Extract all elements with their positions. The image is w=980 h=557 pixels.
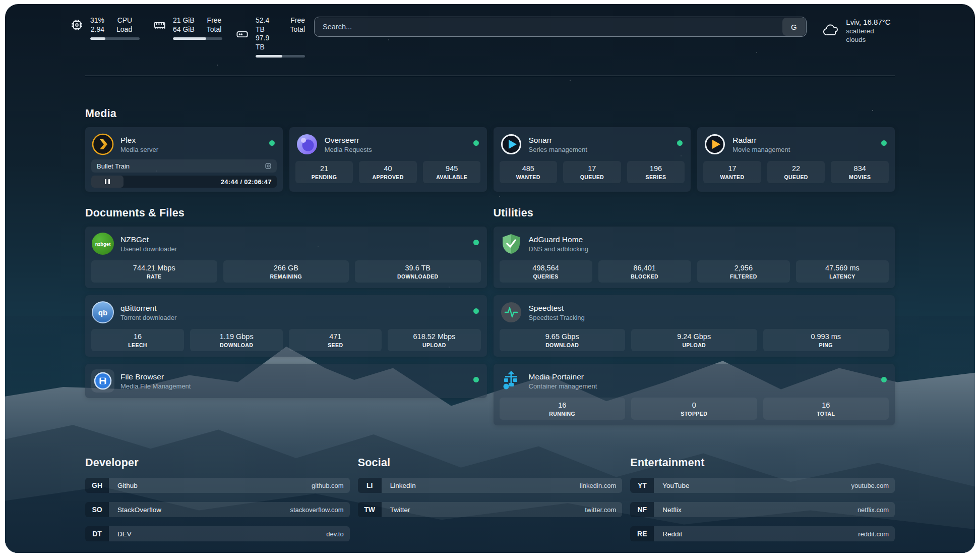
- qbittorrent-stat-upload: 618.52 MbpsUPLOAD: [388, 329, 480, 351]
- disk-free-value: 52.4 TB: [256, 16, 278, 34]
- service-card-overseerr[interactable]: Overseerr Media Requests 21PENDING 40APP…: [289, 127, 487, 192]
- portainer-name: Media Portainer: [529, 372, 597, 382]
- bookmark-domain: linkedin.com: [580, 482, 616, 489]
- sonarr-stat-wanted: 485WANTED: [500, 161, 558, 183]
- memory-free-value: 21 GiB: [173, 16, 195, 25]
- service-card-adguard[interactable]: AdGuard Home DNS and adblocking 498,564Q…: [494, 227, 895, 288]
- nzbget-desc: Usenet downloader: [120, 245, 177, 253]
- search-input[interactable]: [315, 23, 782, 31]
- bookmarks-entertainment: Entertainment YT YouTube youtube.com NF …: [630, 457, 895, 550]
- nzbget-stat-downloaded: 39.6 TBDOWNLOADED: [355, 260, 481, 283]
- bookmark-youtube[interactable]: YT YouTube youtube.com: [630, 478, 895, 493]
- bookmark-name: LinkedIn: [390, 482, 416, 489]
- bookmark-name: Github: [117, 482, 138, 489]
- memory-widget: 21 GiB 64 GiB Free Total: [153, 16, 222, 58]
- portainer-stat-running: 16RUNNING: [500, 398, 626, 420]
- disk-icon: [235, 27, 249, 41]
- plex-now-playing-title: Bullet Train: [97, 162, 264, 170]
- bookmark-domain: netflix.com: [858, 506, 889, 514]
- section-title-utilities: Utilities: [494, 207, 895, 219]
- nzbget-stat-rate: 744.21 MbpsRATE: [91, 260, 217, 283]
- section-title-developer: Developer: [85, 457, 350, 469]
- disk-progress-fill: [256, 55, 282, 58]
- filebrowser-name: File Browser: [120, 372, 191, 382]
- bookmark-domain: reddit.com: [858, 530, 889, 538]
- disk-free-label: Free: [290, 16, 305, 25]
- service-card-radarr[interactable]: Radarr Movie management 17WANTED 22QUEUE…: [697, 127, 895, 192]
- search-bar[interactable]: G: [314, 17, 807, 37]
- service-card-speedtest[interactable]: Speedtest Speedtest Tracking 9.65 GbpsDO…: [494, 295, 895, 357]
- topbar-divider: [85, 76, 895, 76]
- bookmark-abbr: DT: [85, 526, 109, 541]
- bookmark-name: Netflix: [662, 506, 682, 514]
- nzbget-status-dot: [473, 240, 479, 245]
- qbittorrent-icon: qb: [91, 301, 114, 324]
- bookmark-domain: youtube.com: [851, 482, 889, 489]
- cpu-progress-fill: [90, 37, 105, 40]
- qbittorrent-status-dot: [473, 308, 479, 314]
- bookmarks-social: Social LI LinkedIn linkedin.com TW Twitt…: [358, 457, 623, 550]
- portainer-status-dot: [881, 377, 887, 382]
- service-card-plex[interactable]: Plex Media server Bullet Train 24:44 / 0…: [85, 127, 283, 192]
- radarr-status-dot: [881, 140, 887, 146]
- service-card-portainer[interactable]: Media Portainer Container management 16R…: [494, 364, 895, 425]
- service-card-sonarr[interactable]: Sonarr Series management 485WANTED 17QUE…: [494, 127, 691, 192]
- weather-location-temp: Lviv, 16.87°C: [846, 17, 895, 27]
- memory-icon: [153, 18, 166, 32]
- adguard-desc: DNS and adblocking: [529, 245, 589, 253]
- nzbget-stat-remaining: 266 GBREMAINING: [223, 260, 349, 283]
- bookmark-github[interactable]: GH Github github.com: [85, 478, 350, 493]
- memory-progress-track: [173, 37, 222, 40]
- bookmark-domain: stackoverflow.com: [290, 506, 343, 514]
- radarr-stat-movies: 834MOVIES: [831, 161, 889, 183]
- cpu-usage-label: CPU: [117, 16, 133, 25]
- bookmark-stackoverflow[interactable]: SO StackOverflow stackoverflow.com: [85, 502, 350, 517]
- cpu-usage-value: 31%: [90, 16, 104, 25]
- dashboard-panel: 31% 2.94 CPU Load: [5, 4, 975, 553]
- sonarr-stat-series: 196SERIES: [627, 161, 685, 183]
- bookmark-twitter[interactable]: TW Twitter twitter.com: [358, 502, 623, 517]
- portainer-stat-total: 16TOTAL: [763, 398, 889, 420]
- cpu-load-value: 2.94: [91, 25, 104, 34]
- section-title-documents: Documents & Files: [85, 207, 487, 219]
- bookmark-reddit[interactable]: RE Reddit reddit.com: [630, 526, 895, 541]
- bookmark-abbr: RE: [630, 526, 654, 541]
- resource-widgets: 31% 2.94 CPU Load: [70, 16, 305, 58]
- adguard-stat-filtered: 2,956FILTERED: [697, 260, 790, 283]
- weather-condition: scattered clouds: [846, 27, 895, 44]
- utilities-column: Utilities AdGuard Home: [494, 192, 895, 432]
- cpu-load-label: Load: [116, 25, 132, 34]
- bookmark-netflix[interactable]: NF Netflix netflix.com: [630, 502, 895, 517]
- cpu-progress-track: [90, 37, 140, 40]
- plex-name: Plex: [120, 135, 158, 145]
- service-card-nzbget[interactable]: nzbget NZBGet Usenet downloader 744.21 M…: [85, 227, 487, 288]
- bookmark-linkedin[interactable]: LI LinkedIn linkedin.com: [358, 478, 623, 493]
- plex-now-playing-row: Bullet Train: [91, 159, 277, 173]
- search-provider-button[interactable]: G: [782, 18, 806, 36]
- overseerr-desc: Media Requests: [325, 145, 372, 154]
- qbittorrent-name: qBittorrent: [120, 303, 176, 313]
- adguard-stat-blocked: 86,401BLOCKED: [598, 260, 691, 283]
- media-row: Plex Media server Bullet Train 24:44 / 0…: [85, 127, 895, 192]
- sonarr-desc: Series management: [529, 145, 587, 154]
- speedtest-stat-download: 9.65 GbpsDOWNLOAD: [500, 329, 626, 351]
- plex-status-dot: [269, 140, 275, 146]
- overseerr-stat-approved: 40APPROVED: [359, 161, 417, 183]
- bookmark-dev[interactable]: DT DEV dev.to: [85, 526, 350, 541]
- qbittorrent-stat-leech: 16LEECH: [91, 329, 184, 351]
- radarr-icon: [703, 133, 726, 156]
- overseerr-stat-pending: 21PENDING: [295, 161, 353, 183]
- plex-desc: Media server: [120, 145, 158, 154]
- adguard-name: AdGuard Home: [529, 235, 589, 245]
- sonarr-stat-queued: 17QUEUED: [563, 161, 621, 183]
- bookmark-domain: dev.to: [326, 530, 343, 538]
- speedtest-stat-upload: 9.24 GbpsUPLOAD: [631, 329, 757, 351]
- service-card-filebrowser[interactable]: File Browser Media File Management: [85, 364, 487, 398]
- bookmarks-developer: Developer GH Github github.com SO StackO…: [85, 457, 350, 550]
- section-title-social: Social: [358, 457, 623, 469]
- adguard-stat-latency: 47.569 msLATENCY: [796, 260, 889, 283]
- qbittorrent-stat-seed: 471SEED: [289, 329, 382, 351]
- weather-widget[interactable]: Lviv, 16.87°C scattered clouds: [822, 17, 895, 44]
- service-card-qbittorrent[interactable]: qb qBittorrent Torrent downloader 16LEEC…: [85, 295, 487, 357]
- speedtest-icon: [500, 301, 523, 324]
